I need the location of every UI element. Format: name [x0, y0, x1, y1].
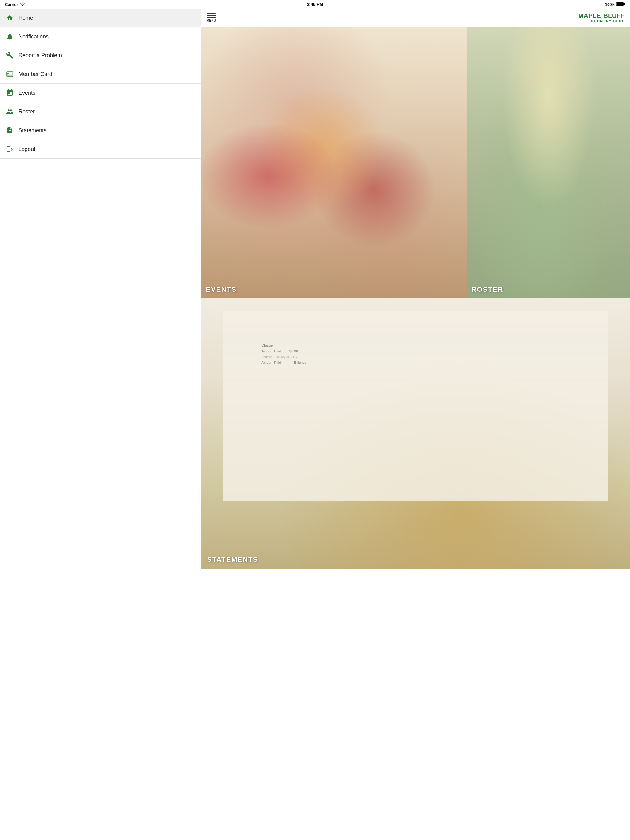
battery-icon	[616, 2, 625, 7]
app-header: MENU MAPLE BLUFF COUNTRY CLUB	[201, 9, 630, 27]
menu-bar-1	[207, 13, 216, 14]
svg-rect-1	[624, 3, 625, 5]
main-content: MENU MAPLE BLUFF COUNTRY CLUB EVENTS	[201, 9, 630, 840]
svg-rect-2	[617, 2, 624, 6]
tiles-top-row: EVENTS ROSTER	[201, 27, 630, 298]
battery-label: 100%	[605, 2, 615, 7]
menu-bar-2	[207, 15, 216, 16]
paper-overlay: Charge Amount Paid $0.00 Updated - Janua…	[223, 311, 608, 501]
sidebar-label-statements: Statements	[19, 127, 46, 134]
menu-label: MENU	[206, 19, 216, 22]
wifi-icon	[20, 2, 25, 7]
wrench-icon	[6, 51, 14, 60]
menu-bar-3	[207, 17, 216, 18]
status-right: 100%	[605, 2, 625, 7]
svg-rect-8	[7, 74, 8, 75]
club-name: MAPLE BLUFF	[578, 12, 625, 19]
sidebar-item-home[interactable]: Home	[0, 9, 201, 27]
roster-tile[interactable]: ROSTER	[467, 27, 630, 298]
sidebar-label-home: Home	[19, 15, 33, 21]
sidebar-item-events[interactable]: Events	[0, 84, 201, 103]
roster-tile-label: ROSTER	[472, 286, 503, 294]
club-subtitle: COUNTRY CLUB	[578, 19, 625, 23]
card-icon	[6, 70, 14, 78]
sidebar: Home Notifications Report a Problem Memb…	[0, 9, 201, 840]
sidebar-item-notifications[interactable]: Notifications	[0, 27, 201, 46]
sidebar-label-logout: Logout	[19, 146, 35, 153]
menu-button[interactable]: MENU	[206, 13, 216, 22]
bell-icon	[6, 32, 14, 41]
sidebar-label-member-card: Member Card	[19, 71, 52, 77]
sidebar-item-roster[interactable]: Roster	[0, 103, 201, 121]
sidebar-item-member-card[interactable]: Member Card	[0, 65, 201, 84]
calendar-icon	[6, 88, 14, 97]
tiles-container: EVENTS ROSTER Charge Amount Paid	[201, 27, 630, 840]
content-empty-area	[201, 569, 630, 840]
app-layout: Home Notifications Report a Problem Memb…	[0, 9, 630, 840]
events-tile[interactable]: EVENTS	[201, 27, 467, 298]
document-icon	[6, 126, 14, 135]
logout-icon	[6, 145, 14, 153]
roster-overlay	[467, 27, 630, 298]
svg-rect-7	[7, 73, 12, 74]
carrier-label: Carrier	[5, 2, 18, 7]
statements-tile[interactable]: Charge Amount Paid $0.00 Updated - Janua…	[201, 298, 630, 569]
sidebar-label-notifications: Notifications	[19, 33, 49, 40]
status-bar: Carrier 2:46 PM 100%	[0, 0, 630, 9]
status-left: Carrier	[5, 2, 25, 7]
sidebar-label-report: Report a Problem	[19, 52, 62, 59]
status-time: 2:46 PM	[307, 2, 323, 7]
sidebar-item-logout[interactable]: Logout	[0, 140, 201, 159]
sidebar-item-report-problem[interactable]: Report a Problem	[0, 46, 201, 65]
statements-tile-label: STATEMENTS	[207, 556, 258, 564]
events-tile-label: EVENTS	[206, 286, 237, 294]
tiles-bottom-row: Charge Amount Paid $0.00 Updated - Janua…	[201, 298, 630, 569]
home-icon	[6, 14, 14, 22]
sidebar-item-statements[interactable]: Statements	[0, 121, 201, 140]
sidebar-label-events: Events	[19, 90, 35, 96]
club-title: MAPLE BLUFF COUNTRY CLUB	[578, 12, 625, 23]
person-icon	[6, 107, 14, 116]
events-overlay	[201, 27, 467, 298]
sidebar-label-roster: Roster	[19, 109, 35, 115]
